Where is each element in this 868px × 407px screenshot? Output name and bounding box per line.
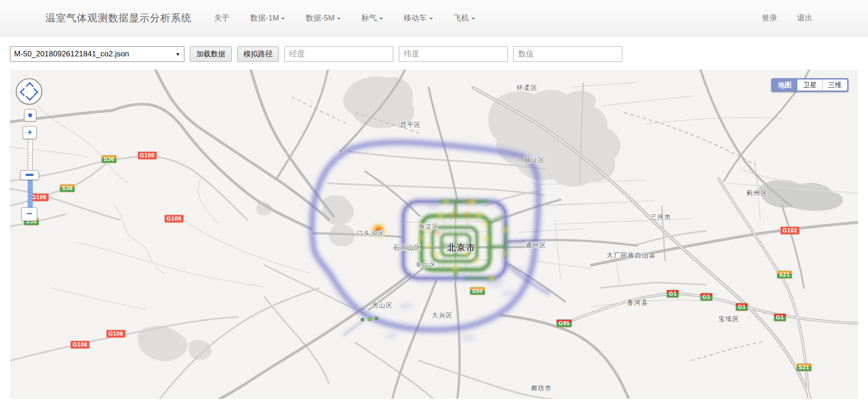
nav-item-数据-5M[interactable]: 数据-5M: [295, 13, 351, 23]
road-badge-S36: S36: [101, 155, 117, 163]
map-label-宝坻区: 宝坻区: [719, 315, 740, 323]
caret-down-icon: [281, 18, 285, 20]
locate-dot-icon: [28, 113, 32, 117]
nav-item-登录[interactable]: 登录: [752, 13, 787, 23]
caret-down-icon: [379, 18, 383, 20]
road-badge-G1: G1: [735, 303, 748, 311]
file-select-value: M-50_20180926121841_co2.json: [14, 50, 129, 59]
map-canvas[interactable]: 怀柔区昌平区顺义区海淀区门头沟区石景山区丰台区通州区房山区大兴区北京市蓟州区三河…: [10, 70, 858, 399]
map-label-房山区: 房山区: [372, 301, 393, 310]
road-badge-G108: G108: [70, 341, 90, 349]
caret-down-icon: [471, 18, 475, 20]
simulate-path-button[interactable]: 模拟路径: [237, 46, 279, 62]
road-badge-S36: S36: [60, 184, 75, 192]
map-label-门头沟区: 门头沟区: [357, 230, 385, 238]
nav-menu: 关于数据-1M数据-5M标气移动车飞机: [203, 13, 486, 23]
value-input[interactable]: [513, 46, 622, 62]
map-label-怀柔区: 怀柔区: [517, 84, 538, 92]
road-badge-S21: S21: [796, 363, 812, 372]
road-badge-S50: S50: [470, 287, 485, 295]
maptype-三维[interactable]: 三维: [822, 80, 847, 90]
toolbar: M-50_20180926121841_co2.json ▼ 加载数据 模拟路径: [0, 36, 868, 70]
nav-right: 登录退出: [752, 13, 823, 23]
road-badge-G108: G108: [106, 330, 126, 338]
map-type-control: 地图卫星三维: [771, 78, 848, 92]
zoom-in-button[interactable]: +: [23, 126, 37, 139]
map-label-海淀区: 海淀区: [418, 223, 440, 231]
navbar: 温室气体观测数据显示分析系统 关于数据-1M数据-5M标气移动车飞机 登录退出: [0, 0, 868, 36]
longitude-input[interactable]: [284, 46, 393, 62]
pan-control[interactable]: [16, 78, 42, 105]
zoom-slider-fill[interactable]: [28, 180, 33, 207]
app-title: 温室气体观测数据显示分析系统: [45, 11, 192, 25]
nav-item-飞机[interactable]: 飞机: [443, 13, 486, 23]
nav-item-标气[interactable]: 标气: [351, 13, 393, 23]
map-graphics: [10, 70, 858, 399]
nav-item-移动车[interactable]: 移动车: [393, 13, 443, 23]
map-label-蓟州区: 蓟州区: [747, 189, 768, 197]
map-label-三河市: 三河市: [650, 213, 672, 221]
road-badge-G95: G95: [556, 319, 572, 327]
map-label-北京市: 北京市: [447, 242, 476, 254]
road-badge-G1: G1: [666, 290, 679, 298]
road-badge-G102: G102: [780, 226, 800, 235]
map-label-大兴区: 大兴区: [432, 312, 453, 320]
latitude-input[interactable]: [399, 46, 508, 62]
map-label-顺义区: 顺义区: [524, 156, 546, 165]
map-label-大厂回族自治县: 大厂回族自治县: [607, 251, 656, 260]
road-badge-G109: G109: [138, 151, 157, 160]
select-arrow-icon: ▼: [175, 51, 180, 57]
maptype-卫星[interactable]: 卫星: [797, 80, 822, 90]
nav-item-退出[interactable]: 退出: [787, 13, 823, 23]
map-label-通州区: 通州区: [526, 241, 547, 250]
caret-down-icon: [429, 18, 433, 20]
map-label-丰台区: 丰台区: [416, 261, 437, 269]
nav-item-关于[interactable]: 关于: [203, 13, 240, 23]
road-badge-G1: G1: [774, 313, 786, 322]
locate-button[interactable]: [24, 109, 36, 121]
maptype-地图[interactable]: 地图: [773, 80, 797, 90]
slider-grip-icon: [25, 174, 34, 176]
road-badge-S21: S21: [777, 271, 792, 279]
map-label-廊坊市: 廊坊市: [531, 384, 552, 392]
road-badge-G1: G1: [700, 293, 713, 301]
map-label-香河县: 香河县: [627, 299, 649, 307]
zoom-slider-handle[interactable]: [20, 170, 39, 180]
zoom-out-button[interactable]: −: [21, 207, 37, 221]
file-select[interactable]: M-50_20180926121841_co2.json ▼: [10, 46, 184, 62]
load-data-button[interactable]: 加载数据: [190, 46, 232, 62]
map-label-昌平区: 昌平区: [400, 121, 422, 129]
nav-item-数据-1M[interactable]: 数据-1M: [240, 13, 295, 23]
map-label-石景山区: 石景山区: [393, 244, 422, 252]
caret-down-icon: [337, 18, 341, 20]
road-badge-G109: G109: [164, 215, 184, 223]
